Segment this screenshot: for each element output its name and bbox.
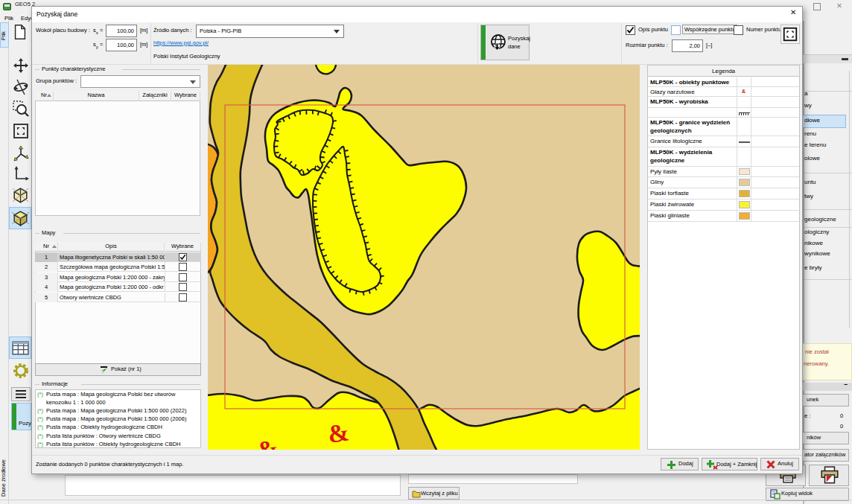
svg-text:&: & — [326, 418, 351, 448]
svg-text:&: & — [255, 434, 280, 450]
